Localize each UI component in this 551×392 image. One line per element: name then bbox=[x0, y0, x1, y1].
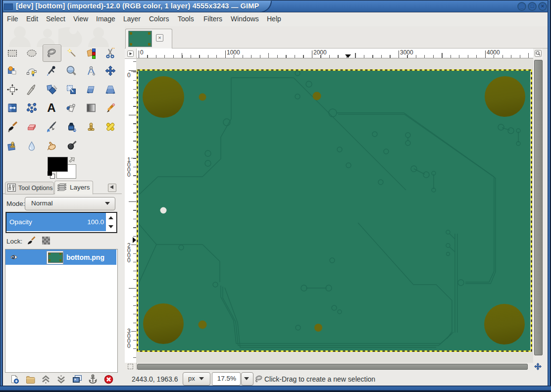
svg-text:A: A bbox=[47, 102, 55, 114]
